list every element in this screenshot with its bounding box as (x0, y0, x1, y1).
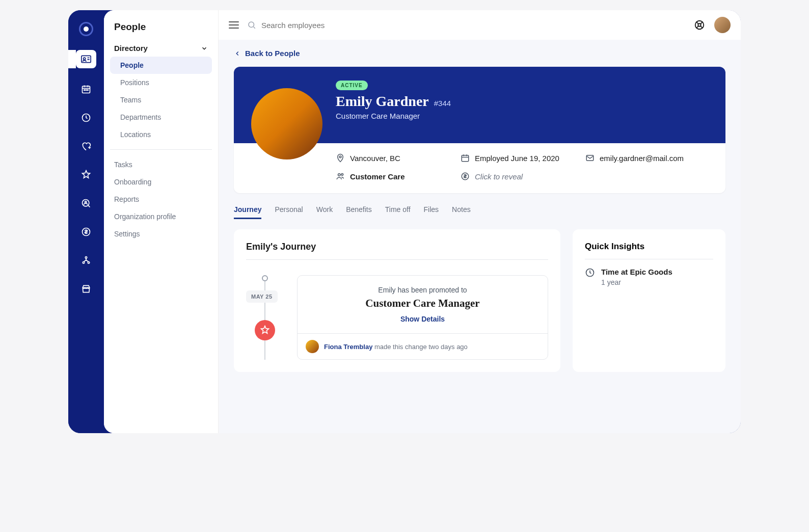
sidebar-link-onboarding[interactable]: Onboarding (110, 173, 212, 191)
detail-team: Customer Care (336, 172, 461, 181)
clock-icon (585, 268, 595, 278)
svg-point-13 (85, 201, 87, 203)
tab-journey[interactable]: Journey (234, 205, 261, 219)
tab-work[interactable]: Work (316, 205, 333, 219)
sidebar-link-tasks[interactable]: Tasks (110, 156, 212, 173)
timeline-dot (262, 275, 268, 281)
profile-id: #344 (434, 99, 451, 108)
svg-line-24 (700, 26, 703, 28)
back-button[interactable]: Back to People (234, 49, 725, 58)
sidebar-group-directory[interactable]: Directory (110, 40, 212, 57)
nav-clock-icon[interactable] (78, 110, 94, 125)
nav-org-icon[interactable] (78, 253, 94, 268)
calendar-icon (461, 153, 470, 163)
svg-rect-28 (462, 155, 469, 162)
svg-point-33 (338, 174, 341, 176)
detail-pay-hidden[interactable]: Click to reveal (461, 172, 585, 181)
help-icon[interactable] (694, 19, 705, 31)
mail-icon (585, 153, 595, 163)
svg-point-34 (341, 173, 343, 175)
svg-point-9 (86, 90, 87, 91)
people-icon (336, 172, 345, 181)
tab-files[interactable]: Files (424, 205, 439, 219)
nav-heart-icon[interactable] (78, 139, 94, 154)
svg-point-16 (85, 257, 87, 258)
dollar-icon (461, 172, 470, 181)
sidebar: People Directory People Positions Teams … (104, 10, 219, 433)
chevron-left-icon (234, 50, 241, 57)
svg-point-18 (88, 262, 89, 263)
insight-label: Time at Epic Goods (601, 268, 672, 276)
sidebar-link-reports[interactable]: Reports (110, 191, 212, 208)
nav-star-icon[interactable] (78, 167, 94, 182)
nav-search-person-icon[interactable] (78, 196, 94, 211)
event-line1: Emily has been promoted to (308, 286, 537, 294)
event-author-suffix: made this change two days ago (372, 343, 467, 351)
svg-point-1 (84, 58, 86, 60)
sidebar-item-positions[interactable]: Positions (110, 74, 212, 91)
event-footer: Fiona Tremblay made this change two days… (298, 333, 548, 359)
timeline-event: Emily has been promoted to Customer Care… (297, 275, 548, 360)
insight-value: 1 year (601, 278, 672, 286)
svg-line-25 (696, 26, 698, 28)
profile-name: Emily Gardner (336, 93, 429, 110)
profile-tabs: Journey Personal Work Benefits Time off … (234, 205, 725, 219)
journey-title: Emily's Journey (246, 242, 548, 260)
author-avatar (306, 340, 319, 353)
location-icon (336, 153, 345, 163)
logo-icon[interactable] (78, 21, 94, 37)
insights-title: Quick Insights (585, 242, 713, 259)
tab-personal[interactable]: Personal (275, 205, 303, 219)
profile-card: ACTIVE Emily Gardner #344 Customer Care … (234, 67, 725, 193)
sidebar-title: People (110, 21, 212, 40)
sidebar-item-teams[interactable]: Teams (110, 91, 212, 109)
detail-email: emily.gardner@mail.com (585, 153, 710, 163)
tab-benefits[interactable]: Benefits (346, 205, 372, 219)
svg-point-8 (84, 90, 85, 91)
sidebar-link-settings[interactable]: Settings (110, 225, 212, 243)
search-icon (247, 20, 256, 30)
svg-point-10 (88, 90, 89, 91)
sidebar-link-org-profile[interactable]: Organization profile (110, 208, 212, 225)
topbar (219, 10, 741, 40)
journey-card: Emily's Journey MAY 25 Emily has been pr… (234, 229, 560, 372)
timeline-date: MAY 25 (246, 290, 278, 303)
sidebar-item-departments[interactable]: Departments (110, 109, 212, 126)
svg-point-19 (249, 22, 254, 28)
nav-people-icon[interactable] (76, 50, 96, 68)
insights-card: Quick Insights Time at Epic Goods 1 year (573, 229, 725, 372)
svg-line-14 (88, 205, 90, 207)
event-title: Customer Care Manager (308, 297, 537, 310)
svg-point-17 (83, 262, 84, 263)
user-avatar[interactable] (714, 17, 731, 33)
icon-rail (68, 10, 104, 433)
svg-line-23 (696, 22, 698, 24)
detail-location: Vancouver, BC (336, 153, 461, 163)
nav-dollar-icon[interactable] (78, 224, 94, 240)
sidebar-item-locations[interactable]: Locations (110, 126, 212, 143)
svg-point-27 (339, 156, 341, 158)
sidebar-item-people[interactable]: People (110, 57, 212, 74)
nav-shop-icon[interactable] (78, 281, 94, 297)
nav-calendar-icon[interactable] (78, 82, 94, 97)
status-badge: ACTIVE (336, 81, 368, 90)
svg-line-20 (254, 27, 255, 29)
search-input[interactable] (261, 21, 686, 30)
profile-avatar (251, 88, 322, 159)
detail-employed: Employed June 19, 2020 (461, 153, 585, 163)
svg-point-22 (698, 23, 701, 26)
svg-line-26 (700, 22, 703, 24)
hamburger-icon[interactable] (229, 21, 239, 29)
chevron-down-icon (201, 45, 208, 52)
profile-role: Customer Care Manager (336, 112, 624, 120)
star-badge-icon (255, 320, 275, 340)
tab-notes[interactable]: Notes (452, 205, 471, 219)
show-details-button[interactable]: Show Details (308, 315, 537, 323)
tab-timeoff[interactable]: Time off (385, 205, 411, 219)
event-author: Fiona Tremblay (324, 343, 372, 351)
